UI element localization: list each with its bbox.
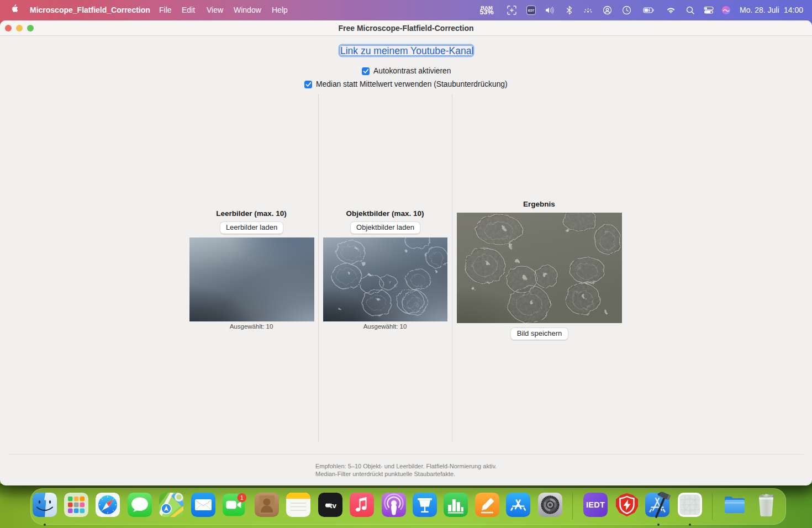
svg-text:1: 1 (240, 495, 244, 501)
svg-text:IEDT: IEDT (528, 9, 534, 12)
svg-text:tv: tv (330, 501, 336, 510)
svg-text:IEDT: IEDT (586, 500, 605, 509)
